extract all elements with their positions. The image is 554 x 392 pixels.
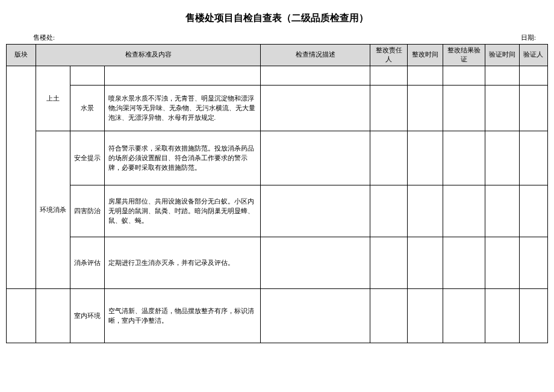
meta-right-label: 日期: bbox=[521, 34, 536, 42]
cell-content: 符合警示要求，采取有效措施防范。投放消杀药品的场所必须设置醒目、符合消杀工作要求… bbox=[104, 131, 260, 185]
cell-time bbox=[407, 86, 443, 131]
cell-time bbox=[407, 185, 443, 237]
cell-vtime bbox=[485, 86, 520, 131]
page-title: 售楼处项目自检自查表（二级品质检查用） bbox=[6, 12, 548, 25]
cell-block bbox=[7, 66, 36, 289]
table-row: 室内环境 空气清新、温度舒适，物品摆放整齐有序，标识清晰，室内干净整洁。 bbox=[7, 289, 548, 343]
header-vperson: 验证人 bbox=[519, 45, 547, 66]
cell-cat2: 环境消杀 bbox=[36, 131, 70, 289]
inspection-table: 版块 检查标准及内容 检查情况描述 整改责任人 整改时间 整改结果验证 验证时间… bbox=[6, 44, 548, 343]
meta-left-label: 售楼处: bbox=[33, 34, 55, 42]
cell-content: 空气清新、温度舒适，物品摆放整齐有序，标识清晰，室内干净整洁。 bbox=[104, 289, 260, 343]
cell-time bbox=[407, 237, 443, 289]
cell-desc bbox=[260, 86, 370, 131]
cell-person bbox=[370, 185, 407, 237]
cell-time bbox=[407, 66, 443, 86]
table-row: 上土 bbox=[7, 66, 548, 86]
table-row: 环境消杀 安全提示 符合警示要求，采取有效措施防范。投放消杀药品的场所必须设置醒… bbox=[7, 131, 548, 185]
table-row: 四害防治 房屋共用部位、共用设施设备部分无白蚁。小区内无明显的鼠洞、鼠粪、吋踏。… bbox=[7, 185, 548, 237]
header-block: 版块 bbox=[7, 45, 36, 66]
cell-result bbox=[443, 86, 485, 131]
header-result: 整改结果验证 bbox=[443, 45, 485, 66]
meta-row: 售楼处: 日期: bbox=[6, 34, 548, 44]
cell-result bbox=[443, 185, 485, 237]
cell-desc bbox=[260, 289, 370, 343]
cell-vperson bbox=[519, 131, 547, 185]
cell-result bbox=[443, 237, 485, 289]
cell-content: 定期进行卫生消亦灭杀，并有记录及评估。 bbox=[104, 237, 260, 289]
cell-person bbox=[370, 131, 407, 185]
cell-cat3 bbox=[70, 66, 105, 86]
cell-person bbox=[370, 289, 407, 343]
cell-cat3: 四害防治 bbox=[70, 185, 105, 237]
cell-desc bbox=[260, 66, 370, 86]
cell-person bbox=[370, 86, 407, 131]
cell-result bbox=[443, 289, 485, 343]
cell-content bbox=[104, 66, 260, 86]
cell-cat3: 安全提示 bbox=[70, 131, 105, 185]
header-standard: 检查标准及内容 bbox=[36, 45, 260, 66]
cell-block bbox=[7, 289, 36, 343]
cell-person bbox=[370, 237, 407, 289]
cell-result bbox=[443, 66, 485, 86]
cell-time bbox=[407, 131, 443, 185]
cell-vtime bbox=[485, 131, 520, 185]
cell-content: 房屋共用部位、共用设施设备部分无白蚁。小区内无明显的鼠洞、鼠粪、吋踏。暗沟阴巢无… bbox=[104, 185, 260, 237]
cell-cat3: 消杀评估 bbox=[70, 237, 105, 289]
cell-vperson bbox=[519, 66, 547, 86]
cell-vtime bbox=[485, 237, 520, 289]
cell-vtime bbox=[485, 289, 520, 343]
header-desc: 检查情况描述 bbox=[260, 45, 370, 66]
cell-vperson bbox=[519, 289, 547, 343]
cell-vtime bbox=[485, 185, 520, 237]
header-row: 版块 检查标准及内容 检查情况描述 整改责任人 整改时间 整改结果验证 验证时间… bbox=[7, 45, 548, 66]
header-time: 整改时间 bbox=[407, 45, 443, 66]
cell-cat2 bbox=[36, 289, 70, 343]
header-vtime: 验证时间 bbox=[485, 45, 520, 66]
cell-content: 喷泉水景水质不浑浊，无青苔、明显沉淀物和漂浮物;沟渠河等无异味、无杂物、无污水横… bbox=[104, 86, 260, 131]
cell-vtime bbox=[485, 66, 520, 86]
cell-vperson bbox=[519, 185, 547, 237]
cell-cat3: 室内环境 bbox=[70, 289, 105, 343]
cell-desc bbox=[260, 131, 370, 185]
cell-result bbox=[443, 131, 485, 185]
cell-cat3: 水景 bbox=[70, 86, 105, 131]
cell-desc bbox=[260, 237, 370, 289]
cell-vperson bbox=[519, 86, 547, 131]
cell-time bbox=[407, 289, 443, 343]
cell-desc bbox=[260, 185, 370, 237]
header-person: 整改责任人 bbox=[370, 45, 407, 66]
cell-cat2: 上土 bbox=[36, 66, 70, 131]
table-row: 消杀评估 定期进行卫生消亦灭杀，并有记录及评估。 bbox=[7, 237, 548, 289]
cell-person bbox=[370, 66, 407, 86]
cell-vperson bbox=[519, 237, 547, 289]
table-row: 水景 喷泉水景水质不浑浊，无青苔、明显沉淀物和漂浮物;沟渠河等无异味、无杂物、无… bbox=[7, 86, 548, 131]
